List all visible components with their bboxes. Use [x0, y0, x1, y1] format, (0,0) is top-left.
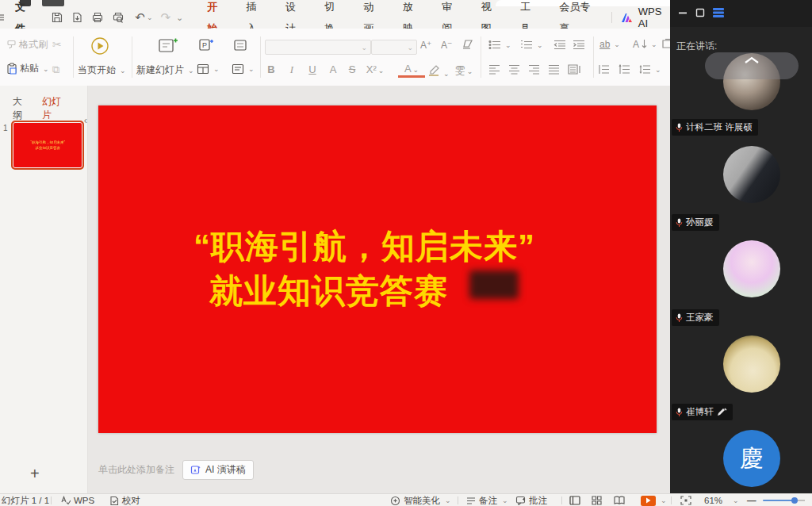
- notes-bar: 单击此处添加备注 AI 演讲稿: [98, 460, 254, 480]
- paste-button[interactable]: 粘贴 ⌄: [6, 62, 49, 75]
- mic-icon: [676, 218, 683, 228]
- normal-view-icon: [569, 496, 580, 505]
- reading-view-button[interactable]: [614, 494, 625, 506]
- section-icon[interactable]: [233, 38, 247, 55]
- proofread-label: 校对: [122, 495, 140, 506]
- increase-indent-icon[interactable]: [573, 40, 585, 52]
- italic-button[interactable]: I: [282, 63, 301, 76]
- increase-font-button[interactable]: A⁺: [420, 40, 431, 51]
- slide-layout-button[interactable]: ⌄: [197, 63, 220, 75]
- add-slide-button[interactable]: +: [30, 465, 40, 483]
- smart-beautify-button[interactable]: 智能美化⌄: [390, 494, 451, 506]
- hamburger-menu-icon[interactable]: [0, 13, 5, 22]
- save-icon[interactable]: [51, 11, 63, 24]
- line-spacing-button[interactable]: ⌄: [639, 64, 661, 75]
- zoom-out-button[interactable]: —: [747, 494, 756, 506]
- cut-icon[interactable]: ✂: [52, 38, 62, 51]
- slide-thumbnail[interactable]: “职海引航，知启未来” 就业知识竞答赛: [11, 121, 84, 170]
- slide-title[interactable]: “职海引航，知启未来” 就业知识竞答赛: [193, 224, 535, 313]
- collapse-panel-icon[interactable]: ‹: [84, 114, 87, 126]
- font-color-button[interactable]: A⌄: [398, 63, 425, 78]
- format-painter-button[interactable]: 格式刷: [6, 38, 48, 52]
- participant-avatar[interactable]: [723, 240, 780, 297]
- participant-name: 崔博轩: [686, 406, 714, 418]
- participant-name: 计科二班 许展硕: [686, 121, 753, 133]
- undo-icon[interactable]: ↶⌄: [135, 10, 152, 25]
- new-slide-icon[interactable]: [157, 36, 178, 58]
- proofread-button[interactable]: 校对: [109, 494, 140, 506]
- zoom-slider-track[interactable]: [763, 500, 795, 501]
- layout-menu-icon[interactable]: [713, 8, 724, 20]
- scroll-up-button[interactable]: [705, 52, 799, 79]
- align-right-icon[interactable]: [528, 64, 540, 77]
- chevron-down-icon[interactable]: ⌄: [176, 13, 183, 23]
- speaking-label: 正在讲话:: [676, 40, 717, 53]
- decrease-indent-icon[interactable]: [553, 40, 566, 52]
- comments-label: 批注: [529, 495, 547, 506]
- justify-icon[interactable]: [548, 64, 560, 77]
- distribute-text-icon[interactable]: [568, 64, 581, 77]
- clear-format-icon[interactable]: [462, 39, 473, 52]
- slide-from-template-icon[interactable]: P: [198, 38, 214, 55]
- bullet-list-button[interactable]: ⌄: [488, 40, 511, 50]
- slide-sorter-button[interactable]: [592, 494, 602, 506]
- font-color-label: A: [404, 63, 412, 75]
- superscript-button[interactable]: X²⌄: [363, 63, 387, 75]
- print-icon[interactable]: [91, 11, 104, 24]
- ai-speech-button[interactable]: AI 演讲稿: [182, 460, 254, 480]
- normal-view-button[interactable]: [569, 494, 580, 506]
- font-family-select[interactable]: ⌄: [265, 40, 371, 55]
- notes-button[interactable]: 备注⌄: [466, 494, 508, 506]
- beautify-icon: [390, 496, 400, 506]
- text-effects-button[interactable]: 雯⌄: [450, 63, 477, 78]
- zoom-level[interactable]: 61%: [704, 494, 722, 506]
- wps-spellcheck-button[interactable]: WPS: [60, 494, 94, 506]
- notes-placeholder[interactable]: 单击此处添加备注: [98, 463, 174, 477]
- outline-level-button[interactable]: ⌄: [232, 63, 255, 75]
- comments-button[interactable]: 批注: [515, 494, 547, 506]
- align-left-icon[interactable]: [488, 64, 500, 77]
- zoom-slider-thumb[interactable]: [791, 497, 798, 504]
- bold-button[interactable]: B: [262, 63, 281, 75]
- copy-icon[interactable]: ⧉: [52, 63, 59, 76]
- maximize-icon[interactable]: [695, 8, 705, 20]
- participant-avatar-initial: 慶: [740, 443, 764, 475]
- smart-beautify-label: 智能美化: [404, 495, 440, 506]
- play-from-current-button[interactable]: 当页开始⌄: [78, 63, 126, 77]
- text-direction-button[interactable]: ab⌄: [599, 39, 620, 50]
- row-spacing-icon[interactable]: [598, 64, 610, 77]
- slides-sidebar: 大纲 幻灯片 ‹ 1 “职海引航，知启未来” 就业知识竞答赛 +: [0, 86, 88, 493]
- align-center-icon[interactable]: [508, 64, 520, 77]
- participant-avatar[interactable]: [723, 335, 780, 393]
- mic-icon: [676, 408, 683, 417]
- slide-1[interactable]: “职海引航，知启未来” 就业知识竞答赛: [98, 105, 657, 433]
- status-bar: 幻灯片 1 / 1 WPS 校对 智能美化⌄ 备注⌄ 批注 ⌄ 61% ⌄ —: [0, 493, 812, 506]
- underline-button[interactable]: U: [303, 63, 322, 75]
- zoom-slider[interactable]: [763, 494, 805, 506]
- print-preview-icon[interactable]: [112, 11, 124, 24]
- fit-to-window-button[interactable]: [680, 494, 691, 506]
- minimize-icon[interactable]: [678, 8, 688, 20]
- wps-label: WPS: [74, 496, 94, 505]
- new-slide-button[interactable]: 新建幻灯片⌄: [136, 63, 194, 77]
- participant-nametag: 崔博轩: [672, 404, 733, 420]
- slideshow-play-button[interactable]: ⌄: [641, 494, 667, 506]
- redo-icon[interactable]: ↷: [160, 10, 170, 25]
- superscript-label: X²: [366, 63, 377, 75]
- notes-icon: [466, 496, 476, 505]
- participant-avatar[interactable]: 慶: [723, 430, 780, 487]
- numbered-list-button[interactable]: ⌄: [520, 40, 543, 50]
- char-border-button[interactable]: A: [324, 63, 343, 75]
- zoom-dropdown-icon[interactable]: ⌄: [733, 494, 739, 506]
- wps-ai-label[interactable]: WPS AI: [638, 6, 670, 29]
- strikethrough-button[interactable]: S: [343, 63, 362, 75]
- participant-avatar[interactable]: [723, 146, 780, 203]
- font-size-select[interactable]: ⌄: [371, 40, 417, 55]
- paragraph-spacing-icon[interactable]: [619, 64, 630, 77]
- play-from-current-icon[interactable]: [90, 36, 109, 58]
- export-icon[interactable]: [71, 11, 83, 24]
- text-orientation-button[interactable]: A ⌄: [633, 39, 657, 50]
- mic-icon: [676, 123, 683, 132]
- highlight-pen-icon[interactable]: ⌄: [428, 64, 450, 79]
- decrease-font-button[interactable]: A⁻: [441, 40, 452, 51]
